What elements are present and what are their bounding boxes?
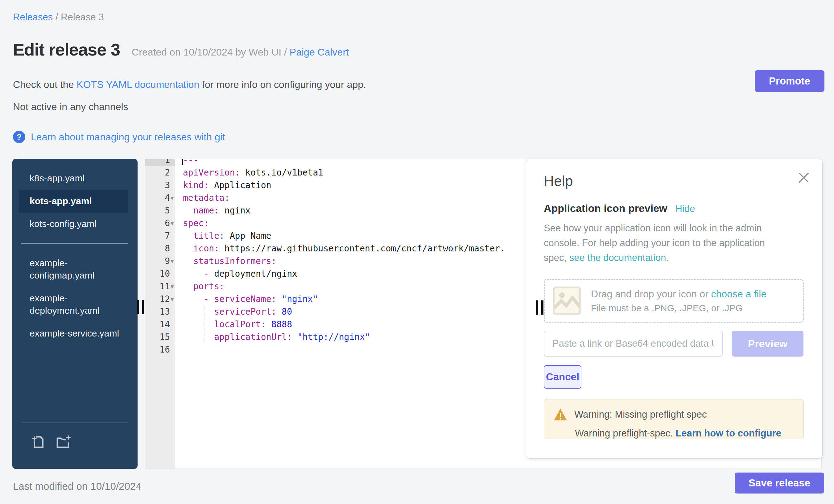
cancel-button[interactable]: Cancel (544, 365, 581, 389)
preview-button[interactable]: Preview (732, 331, 804, 356)
code-text: statusInformers: (183, 255, 276, 267)
line-number: 14 (145, 318, 170, 331)
line-number: 2 (145, 166, 170, 179)
fold-arrow-icon[interactable]: ▾ (171, 192, 174, 204)
fold-arrow-icon[interactable]: ▾ (171, 280, 174, 293)
help-resize-handle[interactable] (536, 301, 544, 314)
line-number: 7 (145, 229, 170, 242)
created-text: Created on 10/10/2024 by Web UI / (132, 47, 290, 58)
code-text: localPort: 8888 (183, 318, 292, 331)
line-number: 12 (145, 293, 170, 305)
text-cursor (182, 159, 183, 165)
doc-hint-suffix: for more info on configuring your app. (199, 79, 366, 90)
title-row: Edit release 3 Created on 10/10/2024 by … (13, 40, 349, 60)
close-icon[interactable] (796, 170, 812, 186)
dropzone-label: Drag and drop your icon or choose a file (591, 288, 766, 300)
sidebar-file-kots-config.yaml[interactable]: kots-config.yaml (19, 213, 128, 235)
warning-detail: Warning preflight-spec. Learn how to con… (575, 428, 794, 439)
breadcrumb: Releases / Release 3 (13, 12, 104, 23)
line-number: 4 (145, 192, 170, 204)
page-title: Edit release 3 (13, 40, 120, 60)
dropzone-hint: File must be a .PNG, .JPEG, or .JPG (591, 303, 766, 313)
code-text: servicePort: 80 (183, 305, 292, 318)
breadcrumb-releases-link[interactable]: Releases (13, 12, 53, 23)
sidebar-bottom (12, 422, 137, 469)
dropzone-text: Drag and drop your icon or (591, 288, 711, 300)
warning-detail-text: Warning preflight-spec. (575, 428, 676, 439)
sidebar-file-example-configmap.yaml[interactable]: example-configmap.yaml (19, 252, 128, 287)
new-folder-icon[interactable] (54, 433, 72, 450)
fold-arrow-icon[interactable]: ▾ (171, 293, 174, 305)
line-number: 6 (145, 217, 170, 229)
choose-file-link[interactable]: choose a file (711, 288, 767, 300)
sidebar-file-example-deployment.yaml[interactable]: example-deployment.yaml (19, 287, 128, 322)
line-number: 10 (145, 267, 170, 280)
code-text: kind: Application (183, 179, 271, 192)
git-releases-link[interactable]: Learn about managing your releases with … (31, 131, 225, 143)
icon-url-input[interactable] (544, 331, 723, 356)
breadcrumb-current: Release 3 (61, 12, 104, 23)
warning-icon (553, 408, 568, 421)
file-list: k8s-app.yamlkots-app.yamlkots-config.yam… (12, 167, 137, 345)
code-text: name: nginx (183, 204, 250, 217)
code-text: - serviceName: "nginx" (183, 293, 318, 305)
file-group-divider (21, 243, 128, 244)
question-icon: ? (13, 131, 25, 143)
line-number: 16 (145, 343, 170, 356)
code-text: --- (183, 159, 199, 166)
kots-yaml-doc-link[interactable]: KOTS YAML documentation (76, 79, 199, 90)
save-release-button[interactable]: Save release (735, 473, 824, 494)
preflight-warning: Warning: Missing preflight spec Warning … (544, 399, 804, 439)
warning-title: Warning: Missing preflight spec (574, 409, 707, 420)
line-number: 11 (145, 280, 170, 293)
indent-guide (204, 305, 204, 343)
sidebar-file-example-service.yaml[interactable]: example-service.yaml (19, 322, 128, 345)
code-text: spec: (183, 217, 209, 229)
fold-arrow-icon[interactable]: ▾ (171, 255, 174, 267)
doc-hint-line: Check out the KOTS YAML documentation fo… (13, 79, 366, 90)
line-number: 1 (145, 159, 170, 166)
channel-status: Not active in any channels (13, 101, 128, 113)
image-placeholder-icon (553, 287, 581, 315)
sidebar-resize-handle[interactable] (137, 300, 145, 314)
author-link[interactable]: Paige Calvert (290, 47, 349, 58)
sidebar-divider (21, 422, 128, 423)
line-number: 15 (145, 331, 170, 343)
line-number: 9 (145, 255, 170, 267)
help-title: Help (544, 173, 573, 190)
learn-configure-link[interactable]: Learn how to configure (676, 428, 781, 439)
code-text: apiVersion: kots.io/v1beta1 (183, 166, 323, 179)
icon-dropzone[interactable]: Drag and drop your icon or choose a file… (544, 279, 804, 323)
icon-preview-title: Application icon preview (544, 202, 667, 214)
hide-link[interactable]: Hide (676, 203, 695, 214)
help-desc-suffix: . (666, 252, 669, 263)
sidebar-file-k8s-app.yaml[interactable]: k8s-app.yaml (19, 167, 128, 190)
line-number: 13 (145, 305, 170, 318)
new-file-icon[interactable] (29, 433, 46, 450)
fold-arrow-icon[interactable]: ▾ (171, 217, 174, 229)
line-number: 8 (145, 242, 170, 255)
line-number: 5 (145, 204, 170, 217)
doc-hint-prefix: Check out the (13, 79, 76, 90)
sidebar-file-kots-app.yaml[interactable]: kots-app.yaml (19, 190, 128, 213)
help-panel: Help Application icon preview Hide See h… (526, 159, 822, 459)
file-sidebar: k8s-app.yamlkots-app.yamlkots-config.yam… (12, 159, 137, 469)
help-description: See how your application icon will look … (544, 221, 787, 265)
code-text: metadata: (183, 192, 230, 204)
see-documentation-link[interactable]: see the documentation (569, 252, 666, 263)
promote-button[interactable]: Promote (755, 70, 825, 92)
code-text: - deployment/nginx (183, 267, 297, 280)
git-help-row[interactable]: ? Learn about managing your releases wit… (13, 131, 225, 143)
code-text: applicationUrl: "http://nginx" (183, 331, 370, 343)
created-info: Created on 10/10/2024 by Web UI / Paige … (132, 47, 349, 58)
code-text: icon: https://raw.githubusercontent.com/… (183, 242, 505, 255)
code-text: title: App Name (183, 229, 271, 242)
last-modified: Last modified on 10/10/2024 (13, 481, 141, 492)
line-number: 3 (145, 179, 170, 192)
breadcrumb-separator: / (53, 12, 61, 23)
code-text: ports: (183, 280, 224, 293)
